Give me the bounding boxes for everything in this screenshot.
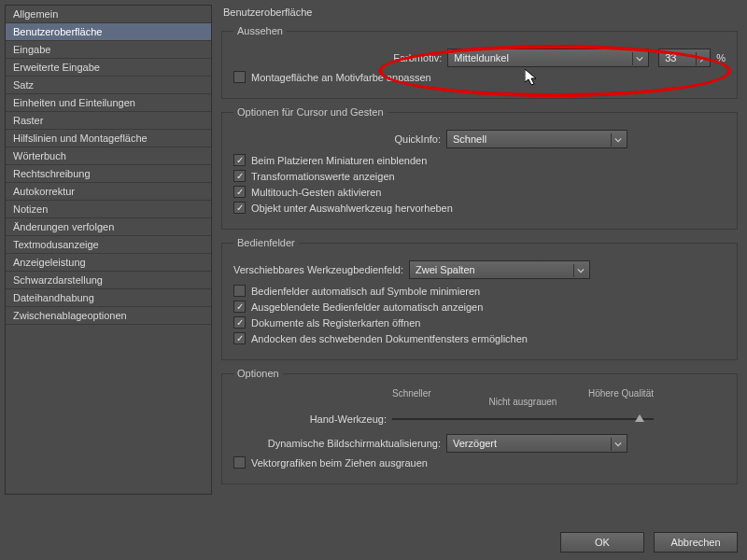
checkbox-label: Multitouch-Gesten aktivieren [251, 187, 381, 198]
checkbox[interactable] [233, 154, 246, 166]
hand-tool-label: Hand-Werkzeug: [233, 413, 387, 425]
sidebar-item[interactable]: Raster [6, 112, 211, 130]
quickinfo-label: QuickInfo: [233, 133, 441, 145]
slider-thumb-icon [635, 414, 644, 422]
cancel-button[interactable]: Abbrechen [654, 532, 738, 553]
group-appearance-legend: Aussehen [233, 25, 287, 36]
checkbox[interactable] [233, 316, 246, 329]
sidebar-item[interactable]: Allgemein [6, 6, 211, 23]
color-theme-value: Mitteldunkel [454, 52, 509, 63]
match-pasteboard-label: Montagefläche an Motivfarbe anpassen [251, 72, 431, 83]
group-panels-legend: Bedienfelder [233, 237, 299, 248]
chevron-down-icon [611, 438, 624, 451]
greek-vector-label: Vektorgrafiken beim Ziehen ausgrauen [251, 457, 428, 469]
slider-label-left: Schneller [392, 388, 431, 399]
group-panels: Bedienfelder Verschiebbares Werkzeugbedi… [221, 237, 738, 360]
check-row: Multitouch-Gesten aktivieren [233, 186, 726, 198]
ok-button[interactable]: OK [560, 532, 644, 553]
sidebar-item[interactable]: Eingabe [6, 41, 211, 59]
checkbox-label: Andocken des schwebenden Dokumentfenster… [251, 333, 528, 344]
chevron-down-icon [611, 133, 624, 147]
arrow-right-icon [696, 52, 707, 65]
group-options: Optionen Schneller Höhere Qualität Nicht… [221, 368, 738, 484]
toolbar-label: Verschiebbares Werkzeugbedienfeld: [233, 264, 403, 275]
sidebar-item[interactable]: Notizen [6, 201, 211, 218]
chevron-down-icon [573, 264, 586, 277]
sidebar-item[interactable]: Zwischenablageoptionen [6, 307, 211, 325]
sidebar-item[interactable]: Rechtschreibung [6, 165, 211, 183]
checkbox-label: Dokumente als Registerkarten öffnen [251, 317, 420, 329]
sidebar-item[interactable]: Benutzeroberfläche [6, 23, 211, 41]
dynamic-update-select[interactable]: Verzögert [446, 434, 627, 453]
checkbox[interactable] [233, 186, 246, 198]
page-title: Benutzeroberfläche [223, 7, 738, 18]
checkbox[interactable] [233, 202, 246, 214]
group-cursor-legend: Optionen für Cursor und Gesten [233, 106, 388, 118]
chevron-down-icon [632, 52, 645, 65]
group-cursor: Optionen für Cursor und Gesten QuickInfo… [221, 106, 738, 230]
group-appearance: Aussehen Farbmotiv: Mitteldunkel 33 % Mo… [221, 25, 738, 99]
sidebar-item[interactable]: Satz [6, 77, 211, 94]
quickinfo-value: Schnell [453, 133, 486, 145]
checkbox[interactable] [233, 301, 246, 313]
check-row: Transformationswerte anzeigen [233, 170, 726, 182]
checkbox[interactable] [233, 332, 246, 344]
toolbar-select[interactable]: Zwei Spalten [409, 260, 590, 279]
sidebar-item[interactable]: Schwarzdarstellung [6, 272, 211, 289]
color-theme-label: Farbmotiv: [393, 52, 442, 63]
dynamic-update-label: Dynamische Bildschirmaktualisierung: [233, 438, 441, 449]
toolbar-value: Zwei Spalten [416, 264, 475, 275]
sidebar-item[interactable]: Textmodusanzeige [6, 236, 211, 254]
sidebar-item[interactable]: Hilfslinien und Montagefläche [6, 130, 211, 147]
match-pasteboard-checkbox[interactable] [233, 71, 246, 83]
sidebar-item[interactable]: Anzeigeleistung [6, 254, 211, 272]
checkbox-label: Ausgeblendete Bedienfelder automatisch a… [251, 301, 483, 313]
checkbox-label: Beim Platzieren Miniaturen einblenden [251, 155, 427, 166]
brightness-unit: % [716, 52, 726, 63]
checkbox[interactable] [233, 285, 246, 297]
sidebar-item[interactable]: Wörterbuch [6, 147, 211, 165]
sidebar-item[interactable]: Erweiterte Eingabe [6, 59, 211, 77]
dynamic-update-value: Verzögert [453, 438, 497, 449]
slider-label-right: Höhere Qualität [588, 388, 654, 399]
brightness-value: 33 [665, 52, 676, 63]
check-row: Andocken des schwebenden Dokumentfenster… [233, 332, 726, 344]
checkbox[interactable] [233, 170, 246, 182]
group-options-legend: Optionen [233, 368, 283, 379]
sidebar-item[interactable]: Änderungen verfolgen [6, 218, 211, 236]
slider-label-sub: Nicht ausgrauen [489, 397, 557, 407]
main-panel: Benutzeroberfläche Aussehen Farbmotiv: M… [212, 0, 747, 499]
brightness-input[interactable]: 33 [658, 49, 711, 67]
check-row: Bedienfelder automatisch auf Symbole min… [233, 285, 726, 297]
checkbox-label: Transformationswerte anzeigen [251, 171, 395, 182]
check-row: Dokumente als Registerkarten öffnen [233, 316, 726, 329]
check-row: Ausgeblendete Bedienfelder automatisch a… [233, 301, 726, 313]
check-row: Beim Platzieren Miniaturen einblenden [233, 154, 726, 166]
check-row: Objekt unter Auswahlwerkzeug hervorheben [233, 202, 726, 214]
sidebar: AllgemeinBenutzeroberflächeEingabeErweit… [5, 5, 212, 495]
checkbox-label: Bedienfelder automatisch auf Symbole min… [251, 286, 480, 297]
sidebar-item[interactable]: Autokorrektur [6, 183, 211, 201]
sidebar-item[interactable]: Dateihandhabung [6, 289, 211, 307]
color-theme-select[interactable]: Mitteldunkel [447, 49, 649, 67]
greek-vector-checkbox[interactable] [233, 456, 246, 469]
quickinfo-select[interactable]: Schnell [446, 130, 627, 148]
checkbox-label: Objekt unter Auswahlwerkzeug hervorheben [251, 203, 453, 214]
footer: OK Abbrechen [560, 532, 738, 553]
hand-tool-slider[interactable] [392, 418, 654, 420]
sidebar-item[interactable]: Einheiten und Einteilungen [6, 94, 211, 112]
